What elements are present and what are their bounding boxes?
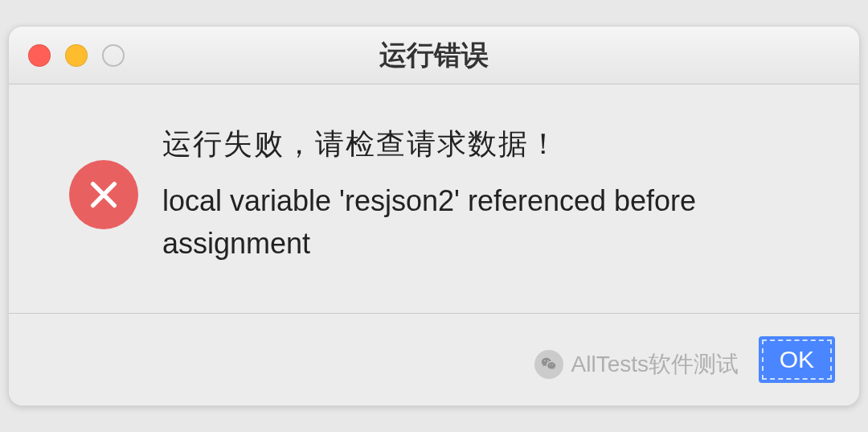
watermark: AllTests软件测试 (534, 349, 739, 380)
message-block: 运行失败，请检查请求数据！ local variable 'resjson2' … (162, 125, 811, 264)
error-dialog: 运行错误 运行失败，请检查请求数据！ local variable 'resjs… (8, 26, 860, 405)
error-icon (69, 160, 138, 229)
wechat-icon (534, 350, 563, 379)
dialog-content: 运行失败，请检查请求数据！ local variable 'resjson2' … (9, 84, 859, 312)
minimize-window-button[interactable] (65, 44, 88, 67)
watermark-text: AllTests软件测试 (571, 349, 739, 380)
dialog-title: 运行错误 (25, 37, 843, 74)
message-detail: local variable 'resjson2' referenced bef… (162, 180, 811, 264)
message-primary: 运行失败，请检查请求数据！ (162, 125, 811, 164)
ok-button[interactable]: OK (759, 336, 835, 383)
close-window-button[interactable] (28, 44, 51, 67)
window-controls (28, 44, 125, 67)
titlebar[interactable]: 运行错误 (9, 27, 859, 84)
dialog-footer: AllTests软件测试 OK (9, 313, 859, 405)
x-icon (88, 179, 120, 211)
maximize-window-button (102, 44, 125, 67)
